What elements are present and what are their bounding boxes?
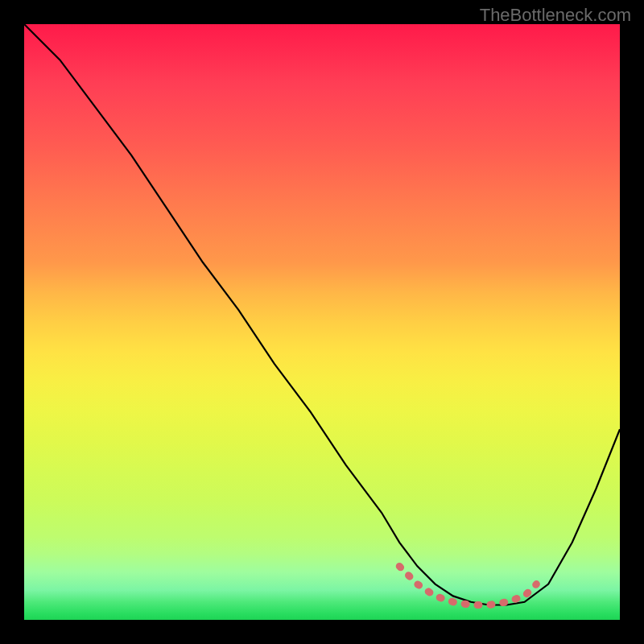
- chart-svg: [24, 24, 620, 620]
- plot-area: [24, 24, 620, 620]
- bottleneck-curve: [24, 24, 620, 605]
- watermark-text: TheBottleneck.com: [480, 5, 631, 26]
- optimal-band: [399, 566, 536, 605]
